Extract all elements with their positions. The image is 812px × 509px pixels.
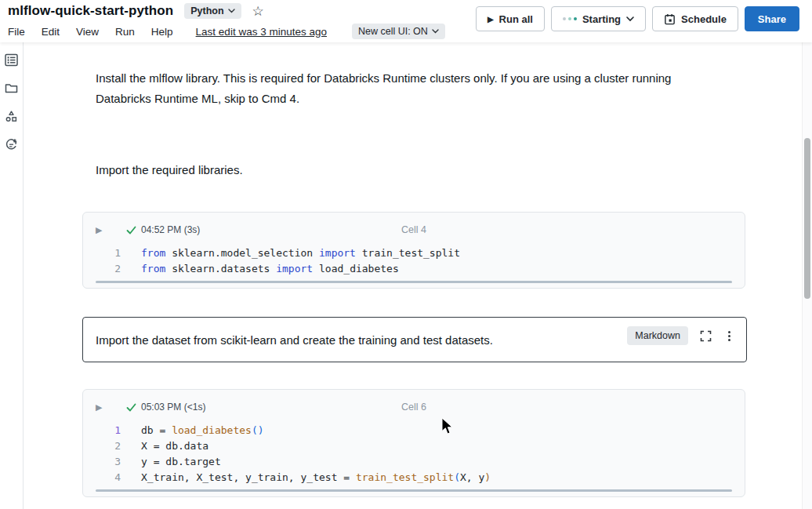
- table-of-contents-icon[interactable]: [5, 53, 18, 67]
- code-text[interactable]: y = db.target: [121, 454, 221, 470]
- code-text[interactable]: X = db.data: [121, 438, 208, 454]
- menu-edit[interactable]: Edit: [42, 26, 60, 38]
- code-text[interactable]: from sklearn.datasets import load_diabet…: [121, 261, 399, 277]
- cell-run-timestamp: 04:52 PM (3s): [141, 224, 200, 235]
- language-selector[interactable]: Python: [184, 3, 241, 19]
- share-label: Share: [758, 13, 786, 25]
- workflows-icon[interactable]: [5, 110, 18, 123]
- play-icon: ▶: [488, 15, 494, 24]
- code-text[interactable]: X_train, X_test, y_train, y_test = train…: [121, 470, 491, 485]
- markdown-cell-text: Import the dataset from scikit-learn and…: [96, 333, 493, 347]
- schedule-button[interactable]: Schedule: [652, 6, 738, 31]
- expand-fullscreen-icon[interactable]: [700, 330, 712, 342]
- cluster-status-dropdown[interactable]: Starting: [551, 6, 646, 31]
- cell-run-timestamp: 05:03 PM (<1s): [141, 402, 205, 413]
- success-check-icon: [126, 402, 136, 413]
- code-line[interactable]: 3y = db.target: [83, 454, 745, 470]
- line-number: 1: [83, 245, 121, 261]
- code-editor[interactable]: 1db = load_diabetes()2X = db.data3y = db…: [83, 423, 745, 485]
- code-cell-6[interactable]: ▶ 05:03 PM (<1s) Cell 6 1db = load_diabe…: [82, 389, 745, 497]
- code-line[interactable]: 2from sklearn.datasets import load_diabe…: [83, 261, 745, 277]
- cell-language-badge[interactable]: Markdown: [627, 326, 688, 345]
- schedule-label: Schedule: [681, 13, 727, 25]
- run-all-label: Run all: [499, 13, 533, 25]
- code-text[interactable]: db = load_diabetes(): [121, 423, 264, 438]
- menu-run[interactable]: Run: [115, 26, 135, 38]
- code-line[interactable]: 2X = db.data: [83, 438, 745, 454]
- calendar-icon: [664, 13, 676, 25]
- cell-resize-divider[interactable]: [96, 489, 732, 492]
- markdown-cell-toolbar: Markdown: [627, 326, 735, 345]
- success-check-icon: [126, 225, 136, 235]
- new-cell-ui-toggle[interactable]: New cell UI: ON: [352, 24, 445, 39]
- run-all-button[interactable]: ▶ Run all: [476, 6, 545, 31]
- kebab-menu-icon[interactable]: [723, 330, 735, 342]
- line-number: 3: [83, 454, 121, 470]
- vertical-scrollbar-thumb[interactable]: [804, 138, 810, 299]
- notebook-title: mlflow-quick-start-python: [8, 3, 173, 19]
- experiments-icon[interactable]: [5, 138, 18, 151]
- last-edit-link[interactable]: Last edit was 3 minutes ago: [196, 26, 327, 38]
- header-actions: ▶ Run all Starting Schedule Share: [476, 6, 799, 31]
- line-number: 1: [83, 423, 121, 438]
- line-number: 2: [83, 261, 121, 277]
- chevron-down-icon: [228, 9, 235, 13]
- favorite-star-icon[interactable]: ☆: [252, 5, 264, 18]
- notebook-header: mlflow-quick-start-python Python ☆ File …: [0, 0, 812, 42]
- markdown-paragraph: Install the mlflow library. This is requ…: [96, 68, 724, 109]
- code-text[interactable]: from sklearn.model_selection import trai…: [121, 245, 460, 261]
- notebook-side-rail: [0, 42, 24, 509]
- cluster-status-label: Starting: [582, 13, 621, 25]
- code-line[interactable]: 1from sklearn.model_selection import tra…: [83, 245, 745, 261]
- cell-resize-divider[interactable]: [96, 281, 732, 283]
- share-button[interactable]: Share: [745, 6, 799, 31]
- code-editor[interactable]: 1from sklearn.model_selection import tra…: [83, 245, 745, 277]
- markdown-cell-selected[interactable]: Import the dataset from scikit-learn and…: [82, 317, 747, 362]
- menu-help[interactable]: Help: [151, 26, 173, 38]
- chevron-down-icon: [626, 16, 634, 22]
- cluster-starting-spinner-icon: [563, 17, 577, 20]
- menu-file[interactable]: File: [8, 26, 25, 38]
- folder-icon[interactable]: [5, 82, 18, 95]
- notebook-canvas: Install the mlflow library. This is requ…: [24, 42, 812, 509]
- line-number: 4: [83, 470, 121, 485]
- new-cell-ui-label: New cell UI: ON: [358, 26, 428, 37]
- language-label: Python: [190, 5, 223, 16]
- code-line[interactable]: 4X_train, X_test, y_train, y_test = trai…: [83, 470, 745, 485]
- menu-view[interactable]: View: [76, 26, 99, 38]
- code-line[interactable]: 1db = load_diabetes(): [83, 423, 745, 438]
- chevron-down-icon: [432, 29, 439, 34]
- code-cell-4[interactable]: ▶ 04:52 PM (3s) Cell 4 1from sklearn.mod…: [82, 212, 745, 289]
- run-cell-icon[interactable]: ▶: [96, 402, 105, 413]
- line-number: 2: [83, 438, 121, 454]
- run-cell-icon[interactable]: ▶: [96, 225, 105, 235]
- markdown-paragraph: Import the required libraries.: [96, 160, 724, 180]
